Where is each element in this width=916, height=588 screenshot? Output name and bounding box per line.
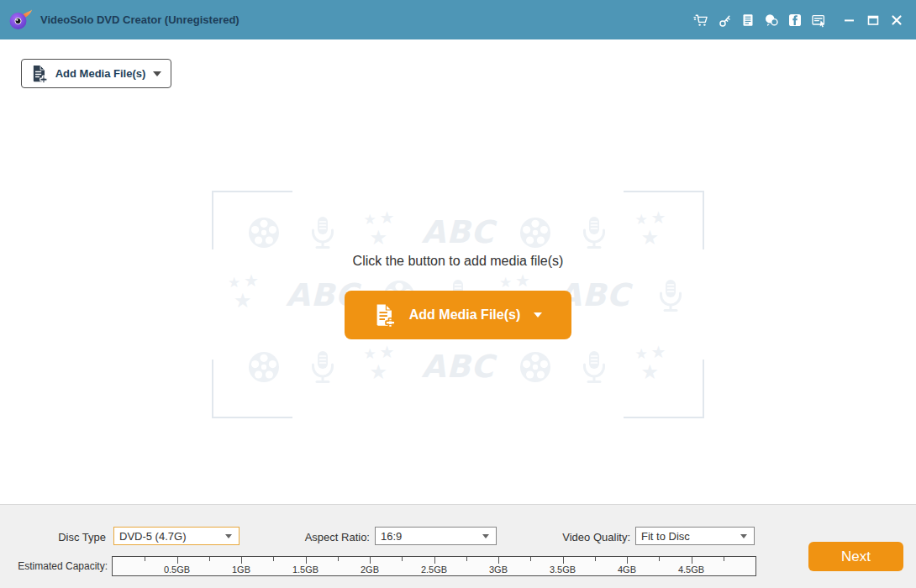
settings-panel: Disc Type DVD-5 (4.7G) Aspect Ratio: 16:… — [0, 504, 916, 588]
capacity-tick — [177, 557, 178, 564]
chevron-down-icon — [534, 312, 542, 318]
maximize-button[interactable] — [866, 13, 881, 28]
facebook-icon[interactable] — [787, 13, 803, 28]
capacity-tick — [659, 557, 660, 561]
stars-icon: ★★★ — [363, 214, 400, 251]
add-media-main-label: Add Media File(s) — [409, 307, 520, 323]
add-media-button-main[interactable]: Add Media File(s) — [345, 291, 571, 339]
minimize-button[interactable] — [842, 13, 857, 28]
disc-type-value: DVD-5 (4.7G) — [114, 530, 225, 543]
stars-icon: ★★★ — [227, 277, 264, 314]
video-quality-value: Fit to Disc — [636, 530, 740, 543]
titlebar: VideoSolo DVD Creator (Unregistered) — [0, 0, 916, 39]
video-quality-select[interactable]: Fit to Disc — [635, 527, 755, 545]
stars-icon: ★★★ — [634, 349, 671, 386]
app-logo-icon — [8, 8, 33, 33]
capacity-tick-label: 4.5GB — [678, 564, 704, 575]
capacity-tick-label: 0.5GB — [164, 564, 190, 575]
capacity-tick-label: 4GB — [618, 564, 636, 575]
capacity-tick — [595, 557, 596, 561]
add-file-icon — [374, 303, 396, 328]
mic-icon — [652, 277, 689, 314]
capacity-tick — [370, 557, 371, 564]
capacity-tick-label: 3GB — [489, 564, 508, 575]
film-icon — [517, 349, 554, 386]
app-window: VideoSolo DVD Creator (Unregistered) — [0, 0, 916, 588]
capacity-tick — [402, 557, 403, 561]
capacity-tick — [563, 557, 564, 564]
watermark-row: ★★★ABC★★★ — [212, 213, 704, 252]
estimated-capacity-label: Estimated Capacity: — [3, 560, 108, 572]
capacity-tick — [145, 557, 145, 561]
next-button[interactable]: Next — [808, 542, 903, 571]
capacity-tick — [209, 557, 210, 561]
capacity-tick — [530, 557, 531, 561]
add-file-icon — [31, 65, 48, 83]
mic-icon — [304, 214, 341, 251]
capacity-tick — [498, 557, 499, 564]
close-button[interactable] — [889, 13, 904, 28]
chevron-down-icon — [482, 534, 489, 538]
feedback-chat-icon[interactable] — [764, 13, 779, 28]
disc-type-label: Disc Type — [34, 531, 106, 543]
video-quality-label: Video Quality: — [546, 531, 630, 543]
capacity-tick — [627, 557, 628, 564]
capacity-tick-label: 1.5GB — [292, 564, 318, 575]
window-title: VideoSolo DVD Creator (Unregistered) — [40, 13, 240, 26]
capacity-tick — [241, 557, 242, 564]
capacity-meter: 0.5GB1GB1.5GB2GB2.5GB3GB3.5GB4GB4.5GB — [112, 556, 756, 576]
capacity-tick-label: 2GB — [361, 564, 379, 575]
mic-icon — [576, 349, 613, 386]
mic-icon — [576, 214, 613, 251]
capacity-tick — [306, 557, 307, 564]
dropzone-hint: Click the button to add media file(s) — [0, 254, 916, 269]
key-icon[interactable] — [717, 13, 732, 28]
aspect-ratio-label: Aspect Ratio: — [286, 531, 370, 543]
disc-type-select[interactable]: DVD-5 (4.7G) — [113, 527, 240, 545]
watermark-row: ★★★ABC★★★ — [212, 348, 704, 386]
document-icon[interactable] — [740, 13, 755, 28]
media-list-area: Add Media File(s) ★★★ABC★★★★★★ABC★★★ABC★… — [0, 39, 916, 504]
add-media-top-label: Add Media File(s) — [55, 67, 146, 80]
capacity-tick — [724, 557, 724, 561]
film-icon — [245, 349, 282, 386]
aspect-ratio-value: 16:9 — [376, 530, 482, 543]
cart-icon[interactable] — [693, 13, 708, 28]
stars-icon: ★★★ — [363, 349, 400, 386]
film-icon — [517, 214, 554, 251]
capacity-tick — [466, 557, 467, 561]
chevron-down-icon — [740, 534, 747, 538]
capacity-tick — [273, 557, 274, 561]
capacity-tick — [338, 557, 339, 561]
capacity-tick-label: 2.5GB — [421, 564, 447, 575]
chevron-down-icon — [153, 71, 161, 76]
capacity-tick-label: 1GB — [232, 564, 250, 575]
capacity-tick-label: 3.5GB — [550, 564, 576, 575]
abc-watermark-text: ABC — [422, 349, 495, 386]
film-icon — [245, 214, 282, 251]
chevron-down-icon — [225, 534, 232, 538]
add-media-button-top[interactable]: Add Media File(s) — [21, 59, 171, 88]
capacity-tick — [434, 557, 435, 564]
stars-icon: ★★★ — [634, 214, 671, 251]
form-cursor-icon[interactable] — [811, 13, 826, 28]
mic-icon — [304, 349, 341, 386]
titlebar-toolbar — [693, 13, 916, 28]
capacity-tick — [692, 557, 692, 564]
abc-watermark-text: ABC — [422, 214, 495, 251]
aspect-ratio-select[interactable]: 16:9 — [375, 527, 497, 545]
